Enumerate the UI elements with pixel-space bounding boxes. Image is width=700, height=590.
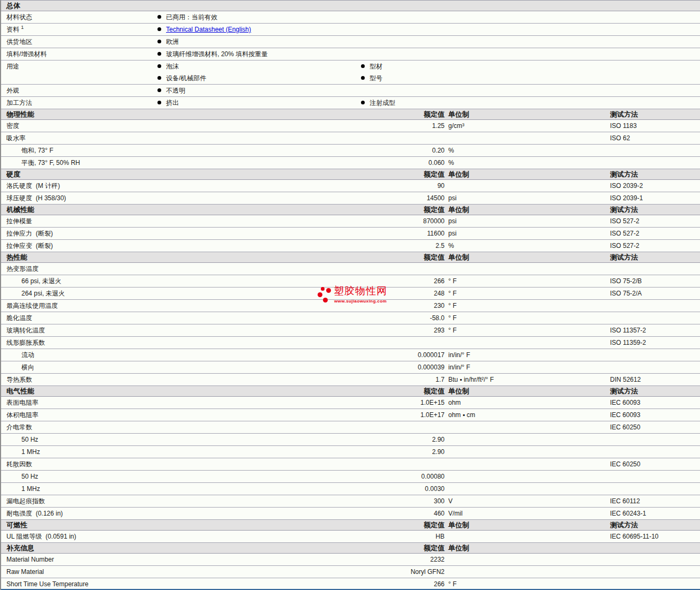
section-header: 机械性能额定值单位制测试方法 (1, 205, 700, 215)
property-row: 吸水率ISO 62 (1, 132, 700, 145)
property-label: 材料状态 (6, 11, 32, 23)
property-unit: in/in/° F (448, 349, 470, 361)
property-value: 2232 (344, 554, 445, 565)
section-title: 硬度 (6, 169, 20, 179)
property-unit: ° F (448, 578, 456, 590)
test-method: ISO 527-2 (610, 240, 639, 252)
property-label: 264 psi, 未退火 (21, 288, 65, 299)
property-value: Noryl GFN2 (344, 566, 445, 578)
property-row: 介电常数IEC 60250 (1, 421, 700, 434)
property-value: 0.0030 (344, 483, 445, 495)
bullet-item: 不透明 (157, 85, 185, 96)
test-method: IEC 60112 (610, 495, 640, 507)
property-value: 1.7 (344, 374, 445, 385)
property-row: 材料状态已商用：当前有效 (1, 11, 700, 24)
column-header-unit: 单位制 (448, 386, 469, 396)
column-header-unit: 单位制 (448, 169, 469, 179)
property-unit: ° F (448, 312, 456, 324)
property-unit: ° F (448, 324, 456, 336)
property-row: Short Time Use Temperature266° F (1, 578, 700, 590)
test-method: ISO 527-2 (610, 215, 639, 227)
property-label: 最高连续使用温度 (6, 300, 58, 312)
test-method: ISO 2039-1 (610, 192, 643, 204)
column-header-test-method: 测试方法 (610, 109, 638, 119)
property-unit: Btu ▪ in/hr/ft²/° F (448, 374, 494, 385)
test-method: IEC 60093 (610, 397, 641, 409)
column-header-test-method: 测试方法 (610, 386, 638, 396)
property-row: 1 MHz0.0030 (1, 483, 700, 495)
property-label: 导热系数 (6, 374, 32, 385)
test-method: IEC 60243-1 (610, 508, 646, 519)
property-row: 供货地区欧洲 (1, 36, 700, 48)
property-label: Raw Material (6, 566, 44, 578)
property-label: 吸水率 (6, 132, 26, 144)
property-label: 拉伸应变 (断裂) (6, 240, 53, 252)
property-row: Raw MaterialNoryl GFN2 (1, 566, 700, 578)
bullet-text: 注射成型 (370, 99, 395, 107)
property-unit: ohm ▪ cm (448, 409, 475, 421)
property-label: 1 MHz (21, 446, 40, 458)
property-row: 耐电强度 (0.126 in)460V/milIEC 60243-1 (1, 508, 700, 520)
property-label: Short Time Use Temperature (6, 578, 88, 590)
bullet-icon (157, 88, 161, 92)
section-header: 硬度额定值单位制测试方法 (1, 169, 700, 180)
property-label: 横向 (21, 361, 34, 373)
property-value: 1.0E+15 (344, 397, 445, 409)
column-header-rated-value: 额定值 (344, 252, 445, 262)
property-value: 2.90 (344, 434, 445, 445)
column-header-unit: 单位制 (448, 252, 469, 262)
property-label: 漏电起痕指数 (6, 495, 45, 507)
bullet-icon (157, 76, 161, 80)
property-row: 资料 1Technical Datasheet (English) (1, 24, 700, 36)
property-row: 体积电阻率1.0E+17ohm ▪ cmIEC 60093 (1, 409, 700, 421)
property-label: 拉伸模量 (6, 215, 32, 227)
column-header-rated-value: 额定值 (344, 543, 445, 553)
property-label: 耐电强度 (0.126 in) (6, 508, 63, 519)
section-header: 物理性能额定值单位制测试方法 (1, 109, 700, 120)
property-unit: ° F (448, 275, 456, 287)
bullet-text: 设备/机械部件 (166, 74, 206, 82)
property-row: 50 Hz2.90 (1, 434, 700, 446)
property-label: 介电常数 (6, 421, 32, 433)
property-label: 饱和, 73° F (21, 145, 53, 156)
section-title: 机械性能 (6, 205, 34, 215)
column-header-unit: 单位制 (448, 543, 469, 553)
property-value: 0.20 (344, 145, 445, 156)
property-label: 线形膨胀系数 (6, 337, 45, 349)
section-title: 物理性能 (6, 109, 34, 119)
bullet-item: 设备/机械部件 (157, 72, 206, 84)
column-header-unit: 单位制 (448, 109, 469, 119)
technical-datasheet-link[interactable]: Technical Datasheet (English) (166, 26, 251, 33)
column-header-rated-value: 额定值 (344, 109, 445, 119)
test-method: ISO 527-2 (610, 228, 639, 239)
property-row: 球压硬度 (H 358/30)14500psiISO 2039-1 (1, 192, 700, 205)
bullet-item: Technical Datasheet (English) (157, 24, 251, 35)
column-header-unit: 单位制 (448, 205, 469, 215)
property-row: 66 psi, 未退火266° FISO 75-2/B (1, 275, 700, 288)
test-method: IEC 60250 (610, 421, 641, 433)
column-header-rated-value: 额定值 (344, 169, 445, 179)
column-header-test-method: 测试方法 (610, 252, 638, 262)
bullet-icon (157, 27, 161, 31)
bullet-item: 注射成型 (361, 97, 395, 109)
property-value: HB (344, 531, 445, 542)
column-header-test-method: 测试方法 (610, 169, 638, 179)
bullet-item: 挤出 (157, 97, 179, 109)
property-value: 266 (344, 578, 445, 590)
bullet-icon (157, 40, 161, 43)
property-row: 脆化温度-58.0° F (1, 312, 700, 324)
datasheet-table: 总体材料状态已商用：当前有效资料 1Technical Datasheet (E… (0, 0, 700, 590)
test-method: ISO 2039-2 (610, 180, 643, 192)
property-label: 洛氏硬度 (M 计秤) (6, 180, 60, 192)
property-row: 平衡, 73° F, 50% RH0.060% (1, 157, 700, 169)
property-value: 0.000039 (344, 361, 445, 373)
property-unit: % (448, 157, 454, 169)
bullet-item: 已商用：当前有效 (157, 11, 217, 23)
bullet-icon (361, 101, 365, 104)
property-value: 300 (344, 495, 445, 507)
property-value: 0.060 (344, 157, 445, 169)
section-title: 热性能 (6, 252, 27, 262)
property-label: 拉伸应力 (断裂) (6, 228, 53, 239)
property-row: UL 阻燃等级 (0.0591 in)HBIEC 60695-11-10 (1, 531, 700, 543)
property-label: 填料/增强材料 (6, 48, 47, 60)
